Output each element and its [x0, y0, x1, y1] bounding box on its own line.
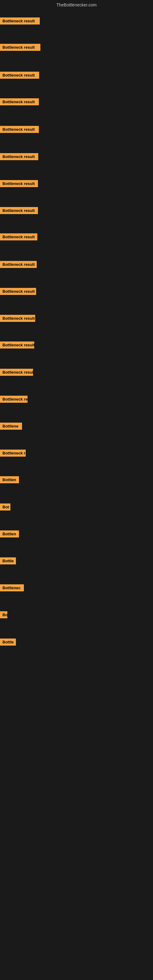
bottleneck-result-item: Bottleneck result	[0, 180, 38, 187]
bottleneck-result-item: Bottlen	[0, 476, 19, 483]
bottleneck-result-item: Bot	[0, 503, 10, 511]
bottleneck-result-item: Bottleneck result	[0, 369, 33, 376]
bottleneck-result-item: Bottleneck result	[0, 153, 38, 160]
bottleneck-result-item: Bottlenec	[0, 584, 24, 591]
site-header: TheBottlenecker.com	[0, 0, 153, 9]
bottleneck-result-item: Bottleneck re	[0, 396, 27, 403]
bottleneck-result-item: Bottlene	[0, 423, 22, 430]
bottleneck-result-item: Bottlen	[0, 530, 19, 538]
bottleneck-result-item: Bottleneck result	[0, 261, 37, 268]
bottleneck-result-item: Bottleneck result	[0, 315, 35, 322]
bottleneck-result-item: Bottle	[0, 638, 16, 646]
bottleneck-result-item: Bottleneck result	[0, 288, 36, 295]
bottleneck-result-item: Bottleneck result	[0, 98, 39, 105]
bottleneck-result-item: Bo	[0, 611, 7, 618]
bottleneck-result-item: Bottleneck result	[0, 126, 39, 133]
bottleneck-result-item: Bottleneck result	[0, 342, 34, 348]
bottleneck-result-item: Bottle	[0, 557, 16, 565]
bottleneck-result-item: Bottleneck r	[0, 450, 26, 457]
bottleneck-result-item: Bottleneck result	[0, 44, 40, 51]
bottleneck-result-item: Bottleneck result	[0, 207, 38, 214]
bottleneck-result-item: Bottleneck result	[0, 233, 37, 240]
bottleneck-result-item: Bottleneck result	[0, 18, 40, 24]
bottleneck-result-item: Bottleneck result	[0, 72, 39, 79]
